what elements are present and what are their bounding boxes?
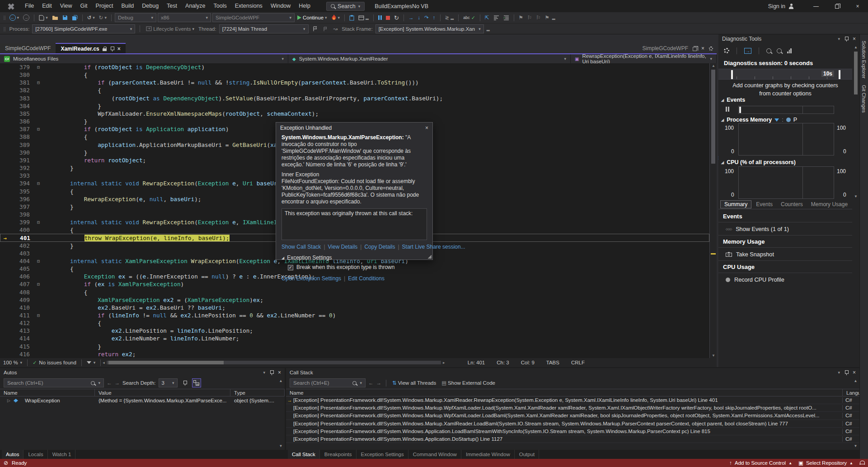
- close-icon[interactable]: ×: [853, 36, 856, 42]
- panel-tab-watch-1[interactable]: Watch 1: [48, 450, 76, 459]
- record-cpu-profile-link[interactable]: Record CPU Profile: [718, 274, 852, 286]
- callstack-frame[interactable]: [Exception] PresentationFramework.dll!Sy…: [286, 428, 859, 435]
- breakpoint-margin[interactable]: [0, 218, 9, 226]
- search-prev-icon[interactable]: ←: [107, 380, 112, 386]
- breakpoint-margin[interactable]: [0, 94, 9, 102]
- hscroll-left-icon[interactable]: ◂: [103, 360, 105, 365]
- pin-icon[interactable]: [269, 370, 274, 375]
- panel-tab-breakpoints[interactable]: Breakpoints: [320, 450, 357, 459]
- autos-title[interactable]: Autos ▾ ×: [0, 368, 285, 377]
- callstack-frame[interactable]: [Exception] PresentationFramework.dll!Sy…: [286, 404, 859, 412]
- timeline-end-marker[interactable]: [839, 70, 840, 79]
- dialog-link-edit-conditions[interactable]: Edit Conditions: [348, 275, 385, 282]
- minimize-button[interactable]: —: [806, 0, 826, 12]
- process-dropdown[interactable]: [27060] SimpleGCodeWPF.exe▾: [32, 24, 135, 33]
- continue-button[interactable]: Continue▾: [296, 13, 328, 23]
- zoom-dropdown[interactable]: 100 %▾: [0, 358, 25, 367]
- timeline-ruler[interactable]: 10s: [718, 69, 852, 80]
- diag-tab-counters[interactable]: Counters: [777, 201, 807, 208]
- scroll-down-icon[interactable]: ▼: [710, 354, 717, 358]
- pin-icon[interactable]: [844, 36, 849, 42]
- step-into-button[interactable]: ↓: [416, 13, 422, 23]
- settings-gear-icon[interactable]: [724, 48, 729, 53]
- panel-tab-command-window[interactable]: Command Window: [409, 450, 461, 459]
- search-next-icon[interactable]: →: [115, 380, 120, 386]
- show-next-statement-button[interactable]: →: [407, 13, 415, 23]
- dialog-header[interactable]: Exception Unhandled ×: [276, 123, 432, 133]
- dialog-link-view-details[interactable]: View Details: [328, 244, 358, 250]
- dialog-link-open-exception-settings[interactable]: Open Exception Settings: [282, 275, 341, 282]
- breakpoint-margin[interactable]: [0, 226, 9, 234]
- callstack-frame[interactable]: [Exception] PresentationFramework.dll!Sy…: [286, 435, 859, 443]
- format-document-button[interactable]: [492, 13, 501, 23]
- editor-horizontal-scrollbar[interactable]: [107, 361, 441, 364]
- breakpoint-margin[interactable]: [0, 203, 9, 211]
- breakpoints-window-button[interactable]: ≷▂: [444, 13, 455, 23]
- current-statement-margin[interactable]: →: [0, 234, 9, 241]
- undo-button[interactable]: ↺▾: [86, 13, 96, 23]
- breakpoint-margin[interactable]: [0, 179, 9, 187]
- search-prev-icon[interactable]: ←: [368, 380, 374, 386]
- breadcrumb-member-dropdown[interactable]: ▣ RewrapException(Exception e, IXamlLine…: [571, 54, 717, 63]
- hscroll-thumb[interactable]: [108, 361, 224, 364]
- add-to-source-control-button[interactable]: ↑ Add to Source Control ▲: [729, 460, 792, 466]
- take-snapshot-link[interactable]: Take Snapshot: [718, 248, 852, 261]
- breakpoint-margin[interactable]: [0, 71, 9, 79]
- scroll-up-icon[interactable]: ▲: [278, 379, 284, 383]
- pause-events-icon[interactable]: [726, 107, 729, 112]
- breakpoint-margin[interactable]: [0, 110, 9, 118]
- zoom-in-icon[interactable]: [766, 48, 771, 53]
- window-menu-icon[interactable]: ▾: [263, 370, 265, 375]
- cpu-section-header[interactable]: ◢ CPU (% of all processors): [721, 159, 796, 165]
- filter-button[interactable]: ▾: [84, 358, 99, 367]
- fold-collapse-icon[interactable]: ⊟: [34, 280, 42, 288]
- breakpoint-margin[interactable]: [0, 195, 9, 203]
- callstack-frame[interactable]: →[Exception] PresentationFramework.dll!S…: [286, 396, 859, 404]
- stop-debugging-button[interactable]: [385, 13, 391, 23]
- eol-indicator[interactable]: CRLF: [571, 360, 585, 365]
- apply-code-changes-button[interactable]: [348, 13, 356, 23]
- breakpoint-margin[interactable]: [0, 156, 9, 164]
- menu-git[interactable]: Git: [76, 3, 92, 9]
- panel-tab-call-stack[interactable]: Call Stack: [288, 450, 320, 459]
- breakpoint-margin[interactable]: [0, 327, 9, 335]
- autos-search-input[interactable]: Search (Ctrl+E) ▾: [4, 378, 104, 387]
- counters-chart-icon[interactable]: [787, 48, 792, 53]
- dialog-link-copy-details[interactable]: Copy Details: [364, 244, 395, 250]
- scroll-down-icon[interactable]: ▼: [853, 444, 859, 448]
- exception-settings-expander[interactable]: ◢ Exception Settings: [282, 255, 427, 261]
- lifecycle-events-button[interactable]: Lifecycle Events▾: [145, 24, 196, 34]
- breakpoint-margin[interactable]: [0, 172, 9, 179]
- suspend-threads-button[interactable]: ↝: [332, 24, 339, 34]
- scrollbar-thumb[interactable]: [711, 70, 715, 164]
- solution-config-dropdown[interactable]: Debug▾: [115, 13, 156, 22]
- menu-debug[interactable]: Debug: [138, 3, 163, 9]
- breakpoint-margin[interactable]: [0, 133, 9, 141]
- fold-collapse-icon[interactable]: ⊟: [34, 179, 42, 187]
- close-icon[interactable]: ×: [853, 369, 856, 376]
- prev-bookmark-button[interactable]: ⚐: [526, 13, 533, 23]
- fold-collapse-icon[interactable]: ⊟: [34, 257, 42, 265]
- flagged-only-button[interactable]: [322, 24, 329, 34]
- menu-edit[interactable]: Edit: [38, 3, 56, 9]
- stack-frame-dropdown[interactable]: [Exception] System.Windows.Markup.Xan▾: [375, 24, 484, 33]
- search-next-icon[interactable]: →: [376, 380, 382, 386]
- breakpoint-margin[interactable]: [0, 343, 9, 350]
- show-names-toggle[interactable]: ab: [192, 378, 201, 387]
- timeline-start-marker[interactable]: [731, 70, 733, 79]
- zoom-out-icon[interactable]: [777, 48, 782, 53]
- breakpoint-margin[interactable]: [0, 350, 9, 358]
- notifications-bell-icon[interactable]: [859, 460, 864, 466]
- sidebar-item-solution-explorer[interactable]: Solution Explorer: [861, 41, 867, 79]
- menu-tools[interactable]: Tools: [210, 3, 231, 9]
- breakpoint-margin[interactable]: [0, 265, 9, 273]
- column-name[interactable]: Name: [286, 389, 842, 396]
- navigate-back-button[interactable]: ←▾: [8, 13, 21, 23]
- sign-in-button[interactable]: Sign in: [768, 3, 794, 9]
- breakpoint-margin[interactable]: [0, 118, 9, 125]
- breakpoint-margin[interactable]: [0, 319, 9, 327]
- column-value[interactable]: Value: [95, 389, 230, 396]
- select-repository-button[interactable]: ▣ Select Repository ▲: [798, 460, 853, 466]
- clear-bookmarks-button[interactable]: ⚑: [543, 13, 550, 23]
- hot-reload-button[interactable]: ▾: [330, 13, 342, 23]
